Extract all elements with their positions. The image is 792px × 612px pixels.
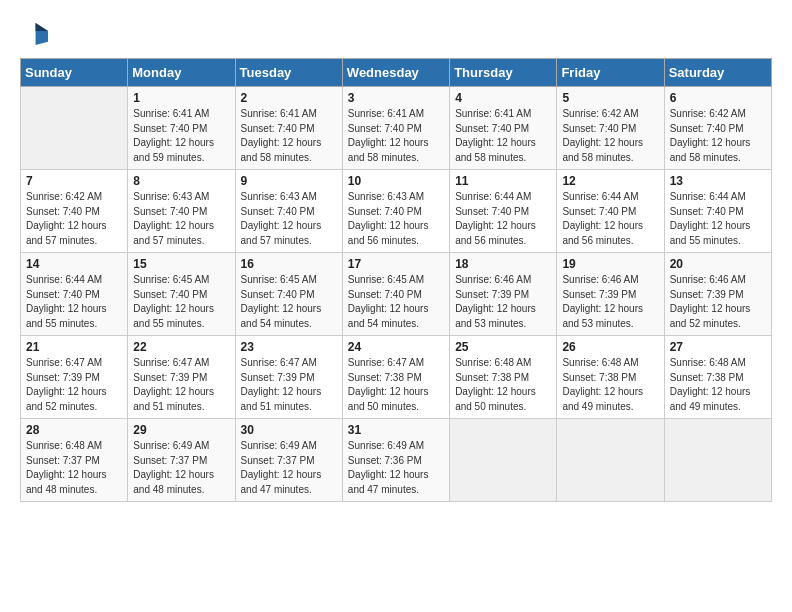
day-number: 20 xyxy=(670,257,766,271)
calendar-cell xyxy=(557,419,664,502)
day-number: 26 xyxy=(562,340,658,354)
day-number: 14 xyxy=(26,257,122,271)
calendar-cell: 12 Sunrise: 6:44 AMSunset: 7:40 PMDaylig… xyxy=(557,170,664,253)
day-number: 24 xyxy=(348,340,444,354)
calendar-cell: 31 Sunrise: 6:49 AMSunset: 7:36 PMDaylig… xyxy=(342,419,449,502)
logo-icon xyxy=(20,20,48,48)
page-header xyxy=(20,20,772,48)
logo xyxy=(20,20,50,48)
day-info: Sunrise: 6:46 AMSunset: 7:39 PMDaylight:… xyxy=(562,273,658,331)
day-info: Sunrise: 6:44 AMSunset: 7:40 PMDaylight:… xyxy=(670,190,766,248)
calendar-cell xyxy=(450,419,557,502)
calendar-cell: 8 Sunrise: 6:43 AMSunset: 7:40 PMDayligh… xyxy=(128,170,235,253)
day-number: 3 xyxy=(348,91,444,105)
weekday-header-row: SundayMondayTuesdayWednesdayThursdayFrid… xyxy=(21,59,772,87)
day-info: Sunrise: 6:49 AMSunset: 7:37 PMDaylight:… xyxy=(133,439,229,497)
day-info: Sunrise: 6:47 AMSunset: 7:39 PMDaylight:… xyxy=(26,356,122,414)
day-info: Sunrise: 6:47 AMSunset: 7:38 PMDaylight:… xyxy=(348,356,444,414)
day-info: Sunrise: 6:48 AMSunset: 7:37 PMDaylight:… xyxy=(26,439,122,497)
day-number: 30 xyxy=(241,423,337,437)
day-info: Sunrise: 6:49 AMSunset: 7:36 PMDaylight:… xyxy=(348,439,444,497)
calendar-cell: 20 Sunrise: 6:46 AMSunset: 7:39 PMDaylig… xyxy=(664,253,771,336)
day-info: Sunrise: 6:43 AMSunset: 7:40 PMDaylight:… xyxy=(348,190,444,248)
calendar-cell: 6 Sunrise: 6:42 AMSunset: 7:40 PMDayligh… xyxy=(664,87,771,170)
calendar-week-row: 14 Sunrise: 6:44 AMSunset: 7:40 PMDaylig… xyxy=(21,253,772,336)
day-info: Sunrise: 6:45 AMSunset: 7:40 PMDaylight:… xyxy=(348,273,444,331)
day-info: Sunrise: 6:44 AMSunset: 7:40 PMDaylight:… xyxy=(562,190,658,248)
day-number: 1 xyxy=(133,91,229,105)
day-info: Sunrise: 6:46 AMSunset: 7:39 PMDaylight:… xyxy=(455,273,551,331)
calendar-cell: 5 Sunrise: 6:42 AMSunset: 7:40 PMDayligh… xyxy=(557,87,664,170)
day-info: Sunrise: 6:43 AMSunset: 7:40 PMDaylight:… xyxy=(133,190,229,248)
calendar-cell: 1 Sunrise: 6:41 AMSunset: 7:40 PMDayligh… xyxy=(128,87,235,170)
day-number: 19 xyxy=(562,257,658,271)
weekday-header-wednesday: Wednesday xyxy=(342,59,449,87)
calendar-cell: 9 Sunrise: 6:43 AMSunset: 7:40 PMDayligh… xyxy=(235,170,342,253)
day-number: 13 xyxy=(670,174,766,188)
weekday-header-tuesday: Tuesday xyxy=(235,59,342,87)
calendar-week-row: 28 Sunrise: 6:48 AMSunset: 7:37 PMDaylig… xyxy=(21,419,772,502)
calendar-cell: 4 Sunrise: 6:41 AMSunset: 7:40 PMDayligh… xyxy=(450,87,557,170)
calendar-cell: 22 Sunrise: 6:47 AMSunset: 7:39 PMDaylig… xyxy=(128,336,235,419)
calendar-cell: 13 Sunrise: 6:44 AMSunset: 7:40 PMDaylig… xyxy=(664,170,771,253)
day-info: Sunrise: 6:47 AMSunset: 7:39 PMDaylight:… xyxy=(241,356,337,414)
day-info: Sunrise: 6:41 AMSunset: 7:40 PMDaylight:… xyxy=(455,107,551,165)
day-info: Sunrise: 6:41 AMSunset: 7:40 PMDaylight:… xyxy=(348,107,444,165)
calendar-cell xyxy=(21,87,128,170)
day-number: 7 xyxy=(26,174,122,188)
day-info: Sunrise: 6:42 AMSunset: 7:40 PMDaylight:… xyxy=(562,107,658,165)
calendar-cell: 23 Sunrise: 6:47 AMSunset: 7:39 PMDaylig… xyxy=(235,336,342,419)
calendar-cell: 15 Sunrise: 6:45 AMSunset: 7:40 PMDaylig… xyxy=(128,253,235,336)
day-number: 4 xyxy=(455,91,551,105)
calendar-cell: 29 Sunrise: 6:49 AMSunset: 7:37 PMDaylig… xyxy=(128,419,235,502)
calendar-cell: 11 Sunrise: 6:44 AMSunset: 7:40 PMDaylig… xyxy=(450,170,557,253)
day-info: Sunrise: 6:41 AMSunset: 7:40 PMDaylight:… xyxy=(241,107,337,165)
day-number: 16 xyxy=(241,257,337,271)
calendar-cell: 25 Sunrise: 6:48 AMSunset: 7:38 PMDaylig… xyxy=(450,336,557,419)
day-number: 23 xyxy=(241,340,337,354)
calendar-week-row: 1 Sunrise: 6:41 AMSunset: 7:40 PMDayligh… xyxy=(21,87,772,170)
day-number: 9 xyxy=(241,174,337,188)
weekday-header-thursday: Thursday xyxy=(450,59,557,87)
calendar-table: SundayMondayTuesdayWednesdayThursdayFrid… xyxy=(20,58,772,502)
day-info: Sunrise: 6:41 AMSunset: 7:40 PMDaylight:… xyxy=(133,107,229,165)
calendar-cell: 14 Sunrise: 6:44 AMSunset: 7:40 PMDaylig… xyxy=(21,253,128,336)
day-info: Sunrise: 6:48 AMSunset: 7:38 PMDaylight:… xyxy=(670,356,766,414)
calendar-week-row: 21 Sunrise: 6:47 AMSunset: 7:39 PMDaylig… xyxy=(21,336,772,419)
day-info: Sunrise: 6:42 AMSunset: 7:40 PMDaylight:… xyxy=(26,190,122,248)
day-number: 15 xyxy=(133,257,229,271)
day-number: 5 xyxy=(562,91,658,105)
weekday-header-friday: Friday xyxy=(557,59,664,87)
day-info: Sunrise: 6:47 AMSunset: 7:39 PMDaylight:… xyxy=(133,356,229,414)
day-number: 25 xyxy=(455,340,551,354)
day-info: Sunrise: 6:48 AMSunset: 7:38 PMDaylight:… xyxy=(455,356,551,414)
day-number: 8 xyxy=(133,174,229,188)
day-info: Sunrise: 6:44 AMSunset: 7:40 PMDaylight:… xyxy=(26,273,122,331)
day-info: Sunrise: 6:49 AMSunset: 7:37 PMDaylight:… xyxy=(241,439,337,497)
weekday-header-monday: Monday xyxy=(128,59,235,87)
weekday-header-saturday: Saturday xyxy=(664,59,771,87)
day-number: 17 xyxy=(348,257,444,271)
calendar-cell: 30 Sunrise: 6:49 AMSunset: 7:37 PMDaylig… xyxy=(235,419,342,502)
day-number: 27 xyxy=(670,340,766,354)
day-number: 12 xyxy=(562,174,658,188)
day-number: 6 xyxy=(670,91,766,105)
calendar-cell: 21 Sunrise: 6:47 AMSunset: 7:39 PMDaylig… xyxy=(21,336,128,419)
calendar-cell: 3 Sunrise: 6:41 AMSunset: 7:40 PMDayligh… xyxy=(342,87,449,170)
calendar-week-row: 7 Sunrise: 6:42 AMSunset: 7:40 PMDayligh… xyxy=(21,170,772,253)
calendar-cell: 2 Sunrise: 6:41 AMSunset: 7:40 PMDayligh… xyxy=(235,87,342,170)
day-number: 31 xyxy=(348,423,444,437)
day-info: Sunrise: 6:42 AMSunset: 7:40 PMDaylight:… xyxy=(670,107,766,165)
day-info: Sunrise: 6:44 AMSunset: 7:40 PMDaylight:… xyxy=(455,190,551,248)
calendar-cell: 10 Sunrise: 6:43 AMSunset: 7:40 PMDaylig… xyxy=(342,170,449,253)
calendar-cell: 17 Sunrise: 6:45 AMSunset: 7:40 PMDaylig… xyxy=(342,253,449,336)
day-number: 21 xyxy=(26,340,122,354)
day-number: 10 xyxy=(348,174,444,188)
day-number: 2 xyxy=(241,91,337,105)
calendar-cell: 16 Sunrise: 6:45 AMSunset: 7:40 PMDaylig… xyxy=(235,253,342,336)
calendar-cell xyxy=(664,419,771,502)
svg-marker-1 xyxy=(36,23,48,31)
calendar-cell: 19 Sunrise: 6:46 AMSunset: 7:39 PMDaylig… xyxy=(557,253,664,336)
calendar-cell: 26 Sunrise: 6:48 AMSunset: 7:38 PMDaylig… xyxy=(557,336,664,419)
calendar-cell: 24 Sunrise: 6:47 AMSunset: 7:38 PMDaylig… xyxy=(342,336,449,419)
